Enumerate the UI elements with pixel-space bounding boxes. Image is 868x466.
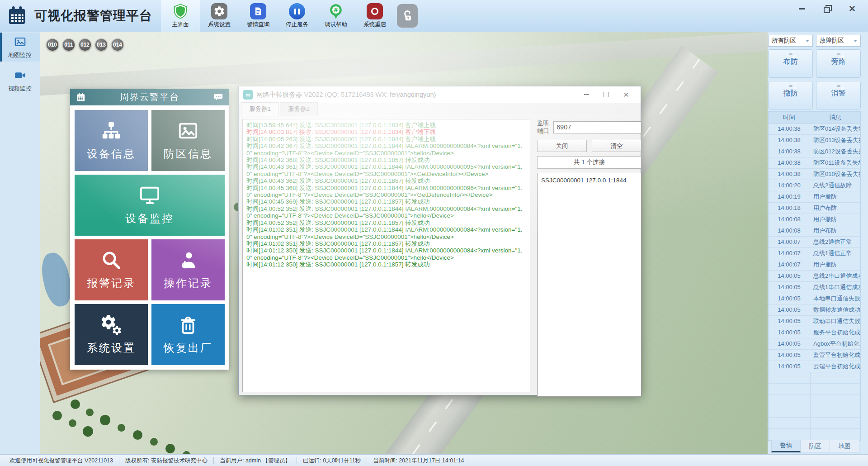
tab-map[interactable]: 地图 (830, 440, 859, 452)
table-row[interactable]: 14:00:05 数据转发通信成功 (769, 304, 860, 316)
close-button[interactable] (843, 3, 862, 14)
log-line: 时间[14:01:12 350] 发送: SSJC00000001 [127.0… (246, 247, 526, 261)
arm-buttons: 布防 旁路 撤防 消警 (768, 47, 868, 109)
dialog-tabs: 服务器1 服务器2 (239, 103, 641, 116)
dialog-titlebar[interactable]: ∞ 网络中转服务器 V2022 (QQ: 517216493 WX: feiya… (239, 86, 641, 103)
tile-device-info[interactable]: 设备信息 (75, 110, 148, 171)
tab-zones[interactable]: 防区 (801, 440, 830, 452)
tile-factory-reset[interactable]: 恢复出厂 (151, 304, 225, 365)
toolbar-item-alarm-query[interactable]: 警情查询 (239, 0, 278, 32)
relay-server-dialog: ∞ 网络中转服务器 V2022 (QQ: 517216493 WX: feiya… (238, 86, 641, 395)
disarm-button[interactable]: 撤防 (768, 81, 813, 109)
status-segment: 版权所有: 安防报警技术研究中心 (119, 457, 214, 464)
bypass-button[interactable]: 旁路 (816, 49, 861, 78)
log-line: 时间[14:00:45 369] 发送: SSJC00000001 [127.0… (246, 198, 526, 205)
tab-server2[interactable]: 服务器2 (280, 102, 318, 116)
status-bar: 欢迎使用可视化报警管理平台 V20211013版权所有: 安防报警技术研究中心当… (0, 454, 868, 466)
tile-label: 设备信息 (87, 147, 136, 161)
monitor-icon (139, 185, 160, 206)
chat-bubble-icon[interactable] (213, 92, 223, 102)
zone-marker[interactable]: 012 (79, 38, 91, 51)
document-icon (249, 2, 267, 20)
table-row[interactable]: 14:00:05 本地串口通信失败 (769, 293, 860, 304)
table-row[interactable]: 14:00:07 总线2通信正常 (769, 237, 860, 248)
status-segment: 当前时间: 2021年11月17日 14:01:14 (367, 457, 470, 464)
dialog-close-button[interactable] (616, 89, 636, 100)
listen-port-input[interactable] (553, 121, 642, 133)
restore-button[interactable] (817, 3, 836, 14)
zone-marker[interactable]: 014 (111, 38, 124, 51)
table-row[interactable]: 14:00:20 总线2通信故障 (769, 180, 860, 191)
table-row[interactable]: 14:00:05 总线2串口通信成功 (769, 271, 860, 282)
gear-icon (210, 2, 228, 20)
log-line: 时间[14:00:03 817] 接收: SSJC00000001 [127.0… (246, 128, 526, 135)
log-line: 时间[14:00:05 263] 发送: SSJC00000001 [127.0… (246, 136, 526, 143)
table-row[interactable]: 14:00:05 Agbox平台初始化成功 (769, 338, 860, 350)
zone-marker[interactable]: 010 (46, 38, 59, 51)
table-row[interactable]: 14:00:19 用户撤防 (769, 191, 860, 203)
tile-zone-info[interactable]: 防区信息 (151, 110, 225, 171)
quick-panel-body: 设备信息 防区信息 设备监控 (70, 105, 229, 370)
dialog-maximize-button[interactable] (596, 89, 616, 100)
server-log[interactable]: 时间[13:59:45 644] 发送: SSJC00000001 [127.0… (242, 119, 530, 392)
sidebar-item-label: 视频监控 (0, 85, 40, 93)
toolbar-item-main[interactable]: 主界面 (161, 0, 200, 32)
toolbar-item-debug-help[interactable]: # 调试帮助 (316, 0, 355, 32)
table-row[interactable]: 14:00:07 总线1通信正常 (769, 248, 860, 259)
zone-markers: 010011012013014 (46, 38, 124, 51)
sidebar-item-video-monitor[interactable]: 视频监控 (0, 66, 40, 95)
log-line: 时间[14:00:52 352] 发送: SSJC00000001 [127.0… (246, 205, 526, 219)
table-row[interactable]: 14:00:18 用户布防 (769, 203, 860, 214)
tab-server1[interactable]: 服务器1 (241, 102, 279, 116)
table-row[interactable]: 14:00:05 总线1串口通信成功 (769, 282, 860, 293)
chevron-down-icon (854, 40, 857, 42)
zone-filter-select[interactable]: 所有防区 (768, 35, 813, 47)
table-row[interactable]: 14:00:38 防区014设备丢失故障 (769, 124, 860, 135)
sidebar-item-map-monitor[interactable]: 地图监控 (0, 33, 40, 62)
status-segment: 已运行: 0天0时1分11秒 (297, 457, 367, 464)
table-row[interactable]: 14:00:38 防区013设备丢失故障 (769, 135, 860, 146)
unlock-icon[interactable] (394, 0, 420, 32)
log-line: 时间[13:59:45 644] 发送: SSJC00000001 [127.0… (246, 122, 526, 128)
table-row[interactable]: 14:00:38 防区010设备丢失故障 (769, 169, 860, 180)
tile-operation-records[interactable]: 操作记录 (151, 239, 225, 300)
main-toolbar: 主界面 系统设置 (161, 0, 420, 32)
table-row[interactable]: 14:00:08 用户布防 (769, 225, 860, 237)
zone-marker[interactable]: 011 (62, 38, 75, 51)
table-row[interactable]: 14:00:38 防区011设备丢失故障 (769, 157, 860, 169)
dialog-minimize-button[interactable] (576, 89, 596, 100)
clear-log-button[interactable]: 清空 (592, 140, 642, 152)
table-row[interactable]: 14:00:05 监管平台初始化成功 (769, 350, 860, 361)
tab-alarms[interactable]: 警情 (771, 440, 801, 452)
quick-panel-title: 周界云警平台 (86, 91, 213, 103)
table-row[interactable]: 14:00:05 服务平台初始化成功 (769, 327, 860, 338)
sitemap-icon (101, 120, 122, 141)
zone-marker[interactable]: 013 (95, 38, 108, 51)
table-row[interactable]: 14:00:08 用户撤防 (769, 214, 860, 225)
log-line: 时间[14:00:45 368] 发送: SSJC00000001 [127.0… (246, 185, 526, 199)
zone-filters: 所有防区 故障防区 (768, 32, 868, 47)
app-logo-calendar-icon (6, 5, 28, 26)
fault-filter-select[interactable]: 故障防区 (816, 35, 861, 47)
chevron-down-icon (806, 40, 809, 42)
connection-item[interactable]: SSJC00000001 127.0.0.1:1844 (541, 176, 637, 185)
toolbar-item-label: 停止服务 (278, 21, 316, 29)
map-canvas[interactable]: 010011012013014 周界云警平台 (40, 32, 768, 454)
tile-alarm-records[interactable]: 报警记录 (75, 239, 148, 300)
tile-device-monitor[interactable]: 设备监控 (75, 175, 225, 236)
tile-system-settings[interactable]: 系统设置 (75, 304, 148, 365)
table-row[interactable]: 14:00:38 防区012设备丢失故障 (769, 146, 860, 157)
toolbar-item-system-restart[interactable]: 系统重启 (355, 0, 394, 32)
arm-button[interactable]: 布防 (768, 49, 813, 78)
tile-label: 操作记录 (164, 276, 212, 290)
table-row[interactable]: 14:00:07 用户撤防 (769, 259, 860, 271)
right-panel: 所有防区 故障防区 布防 旁路 撤防 消警 (768, 32, 868, 454)
connection-list[interactable]: SSJC00000001 127.0.0.1:1844 (537, 173, 642, 397)
minimize-button[interactable] (792, 3, 811, 14)
toolbar-item-stop-service[interactable]: 停止服务 (278, 0, 316, 32)
table-row[interactable]: 14:00:05 云端平台初始化成功 (769, 361, 860, 372)
table-row[interactable]: 14:00:05 联动串口通信失败 (769, 316, 860, 327)
toolbar-item-system-settings[interactable]: 系统设置 (200, 0, 239, 32)
silence-alarm-button[interactable]: 消警 (816, 81, 861, 109)
close-server-button[interactable]: 关闭 (537, 140, 587, 152)
